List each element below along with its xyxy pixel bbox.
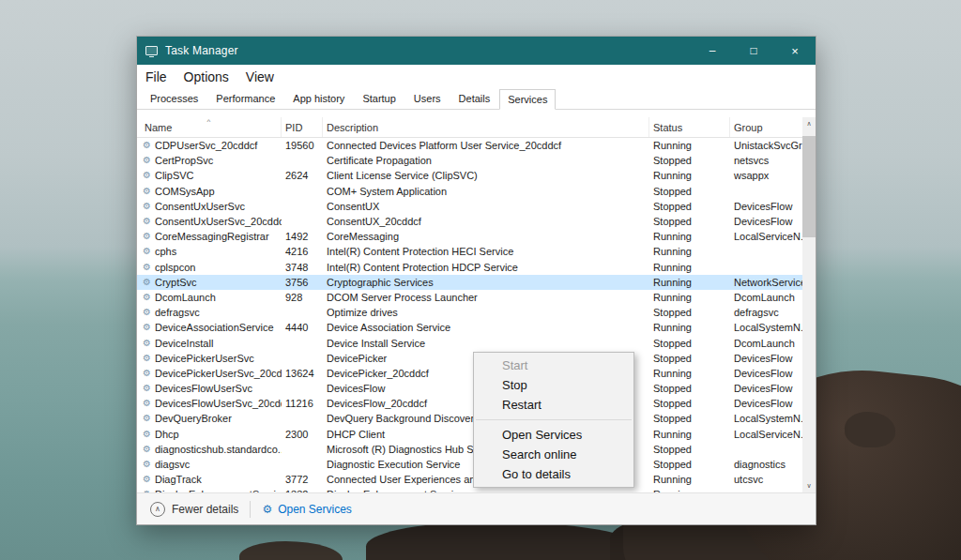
fewer-details-label: Fewer details bbox=[172, 503, 238, 516]
table-row[interactable]: ⚙DeviceInstallDevice Install ServiceStop… bbox=[137, 335, 802, 350]
column-header-group[interactable]: Group bbox=[730, 117, 802, 137]
table-row[interactable]: ⚙Dhcp2300DHCP ClientRunningLocalServiceN… bbox=[137, 427, 802, 442]
service-name-cell: ⚙DevicePickerUserSvc bbox=[137, 353, 282, 364]
window-controls: – □ × bbox=[692, 37, 816, 65]
service-name-cell: ⚙ConsentUxUserSvc_20cddcf bbox=[137, 216, 282, 227]
service-name: DevicePickerUserSvc bbox=[155, 353, 254, 364]
column-header-pid[interactable]: PID bbox=[282, 117, 323, 137]
table-row[interactable]: ⚙CoreMessagingRegistrar1492CoreMessaging… bbox=[137, 229, 802, 244]
table-row[interactable]: ⚙CryptSvc3756Cryptographic ServicesRunni… bbox=[137, 275, 802, 290]
table-row[interactable]: ⚙defragsvcOptimize drivesStoppeddefragsv… bbox=[137, 305, 802, 320]
service-name-cell: ⚙diagsvc bbox=[137, 459, 282, 470]
minimize-button[interactable]: – bbox=[692, 37, 733, 65]
scroll-up-icon[interactable]: ∧ bbox=[802, 117, 816, 130]
scrollbar-thumb[interactable] bbox=[802, 136, 816, 237]
tab-performance[interactable]: Performance bbox=[207, 89, 283, 109]
status-cell: Stopped bbox=[649, 383, 730, 394]
fewer-details-button[interactable]: ∧ Fewer details bbox=[150, 502, 238, 517]
table-row[interactable]: ⚙DevicesFlowUserSvcDevicesFlowStoppedDev… bbox=[137, 381, 802, 396]
tab-app-history[interactable]: App history bbox=[284, 89, 353, 109]
status-cell: Stopped bbox=[649, 338, 730, 349]
table-row[interactable]: ⚙diagsvcDiagnostic Execution ServiceStop… bbox=[137, 457, 802, 472]
service-icon: ⚙ bbox=[143, 156, 151, 165]
status-cell: Running bbox=[649, 277, 730, 288]
table-row[interactable]: ⚙ClipSVC2624Client License Service (Clip… bbox=[137, 168, 802, 183]
table-row[interactable]: ⚙cplspcon3748Intel(R) Content Protection… bbox=[137, 260, 802, 275]
menu-options[interactable]: Options bbox=[175, 69, 237, 84]
table-row[interactable]: ⚙DevicesFlowUserSvc_20cddcf11216DevicesF… bbox=[137, 396, 802, 411]
status-cell: Stopped bbox=[649, 398, 730, 409]
pid-cell: 13624 bbox=[282, 368, 323, 379]
service-icon: ⚙ bbox=[143, 460, 151, 469]
table-row[interactable]: ⚙ConsentUxUserSvc_20cddcfConsentUX_20cdd… bbox=[137, 214, 802, 229]
service-icon: ⚙ bbox=[143, 490, 151, 492]
table-row[interactable]: ⚙DisplayEnhancementService1332Display En… bbox=[137, 487, 802, 492]
service-name: CoreMessagingRegistrar bbox=[155, 231, 269, 242]
context-menu-item-search-online[interactable]: Search online bbox=[474, 445, 633, 464]
group-cell: DevicesFlow bbox=[730, 383, 802, 394]
status-cell: Running bbox=[649, 292, 730, 303]
table-row[interactable]: ⚙DevicePickerUserSvcDevicePickerStoppedD… bbox=[137, 351, 802, 366]
context-menu-item-restart[interactable]: Restart bbox=[474, 395, 633, 415]
service-icon: ⚙ bbox=[143, 445, 151, 454]
pid-cell: 928 bbox=[282, 292, 323, 303]
service-name-cell: ⚙DevicesFlowUserSvc bbox=[137, 383, 282, 394]
close-button[interactable]: × bbox=[774, 37, 816, 65]
tab-processes[interactable]: Processes bbox=[142, 89, 206, 109]
tab-startup[interactable]: Startup bbox=[354, 89, 404, 109]
pid-cell: 3756 bbox=[282, 277, 323, 288]
task-manager-icon bbox=[145, 46, 158, 55]
column-header-description[interactable]: Description bbox=[323, 117, 649, 137]
context-menu-item-open-services[interactable]: Open Services bbox=[474, 425, 633, 445]
table-row[interactable]: ⚙diagnosticshub.standardco...Microsoft (… bbox=[137, 442, 802, 457]
context-menu-item-go-to-details[interactable]: Go to details bbox=[474, 464, 633, 484]
service-name-cell: ⚙DeviceAssociationService bbox=[137, 322, 282, 333]
service-icon: ⚙ bbox=[143, 323, 151, 332]
service-name-cell: ⚙ClipSVC bbox=[137, 170, 282, 181]
table-row[interactable]: ⚙DcomLaunch928DCOM Server Process Launch… bbox=[137, 290, 802, 305]
description-cell: Certificate Propagation bbox=[323, 155, 649, 166]
tab-services[interactable]: Services bbox=[499, 89, 556, 110]
group-cell: UnistackSvcGr... bbox=[730, 140, 802, 151]
table-header-row: Name^PIDDescriptionStatusGroup bbox=[137, 117, 802, 138]
table-row[interactable]: ⚙COMSysAppCOM+ System ApplicationStopped bbox=[137, 184, 802, 199]
scroll-down-icon[interactable]: ∨ bbox=[802, 479, 816, 492]
table-row[interactable]: ⚙DeviceAssociationService4440Device Asso… bbox=[137, 320, 802, 335]
column-header-name[interactable]: Name^ bbox=[137, 117, 282, 137]
table-row[interactable]: ⚙DevicePickerUserSvc_20cdd...13624Device… bbox=[137, 366, 802, 381]
open-services-link[interactable]: ⚙ Open Services bbox=[262, 503, 351, 516]
status-cell: Running bbox=[649, 231, 730, 242]
group-cell: wsappx bbox=[730, 170, 802, 181]
service-name: CDPUserSvc_20cddcf bbox=[155, 140, 257, 151]
tab-details[interactable]: Details bbox=[450, 89, 499, 109]
table-row[interactable]: ⚙cphs4216Intel(R) Content Protection HEC… bbox=[137, 244, 802, 259]
description-cell: Display Enhancement Service bbox=[323, 489, 649, 492]
service-name: defragsvc bbox=[155, 307, 200, 318]
service-icon: ⚙ bbox=[143, 339, 151, 348]
table-row[interactable]: ⚙ConsentUxUserSvcConsentUXStoppedDevices… bbox=[137, 199, 802, 214]
group-cell: netsvcs bbox=[730, 155, 802, 166]
service-name-cell: ⚙DcomLaunch bbox=[137, 292, 282, 303]
table-row[interactable]: ⚙DiagTrack3772Connected User Experiences… bbox=[137, 472, 802, 487]
scrollbar-track[interactable] bbox=[802, 130, 816, 479]
task-manager-window: Task Manager – □ × FileOptionsView Proce… bbox=[136, 36, 816, 525]
table-row[interactable]: ⚙DevQueryBrokerDevQuery Background Disco… bbox=[137, 411, 802, 426]
menu-file[interactable]: File bbox=[137, 69, 175, 84]
vertical-scrollbar[interactable]: ∧ ∨ bbox=[802, 117, 816, 492]
service-name: DeviceInstall bbox=[155, 338, 213, 349]
table-row[interactable]: ⚙CDPUserSvc_20cddcf19560Connected Device… bbox=[137, 138, 802, 153]
pid-cell: 4216 bbox=[282, 246, 323, 257]
service-name: DevQueryBroker bbox=[155, 413, 232, 424]
menu-view[interactable]: View bbox=[237, 69, 282, 84]
services-icon: ⚙ bbox=[262, 503, 272, 516]
tab-users[interactable]: Users bbox=[405, 89, 450, 109]
description-cell: Device Install Service bbox=[323, 338, 649, 349]
context-menu-item-stop[interactable]: Stop bbox=[474, 375, 633, 395]
column-label: PID bbox=[285, 122, 302, 133]
maximize-button[interactable]: □ bbox=[733, 37, 774, 65]
group-cell: NetworkService bbox=[730, 277, 802, 288]
table-row[interactable]: ⚙CertPropSvcCertificate PropagationStopp… bbox=[137, 153, 802, 168]
tab-bar: ProcessesPerformanceApp historyStartupUs… bbox=[137, 89, 816, 110]
column-header-status[interactable]: Status bbox=[649, 117, 730, 137]
menu-bar: FileOptionsView bbox=[137, 65, 816, 89]
